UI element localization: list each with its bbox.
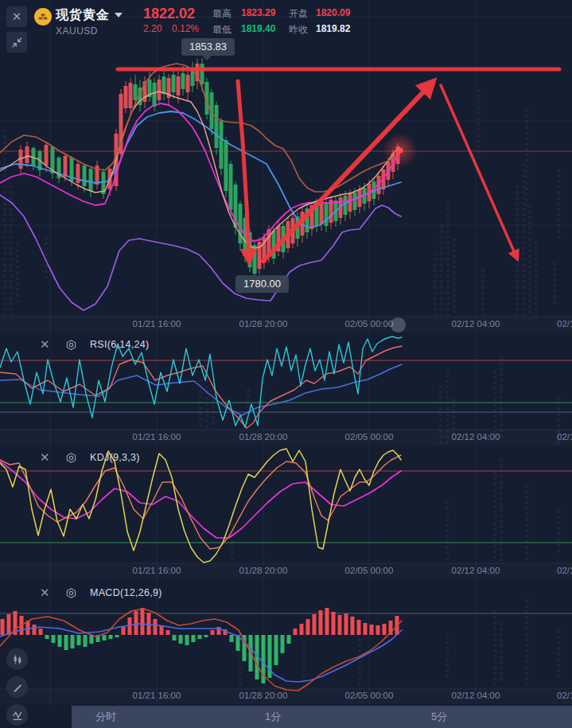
time-label: 01/28 20:00	[230, 691, 297, 700]
macd-pane-header: ✕ MACD(12,26,9)	[40, 586, 162, 600]
time-label: 01/21 16:00	[123, 691, 190, 700]
instrument-symbol: XAUUSD	[56, 25, 98, 37]
collapse-arrows-icon	[11, 37, 23, 49]
time-label: 02/1	[557, 691, 572, 700]
time-label: 02/1	[557, 319, 572, 329]
instrument-title[interactable]: 现货黄金	[56, 7, 123, 24]
chevron-down-icon	[115, 13, 123, 18]
time-label: 02/05 00:00	[336, 691, 403, 700]
stat-low-value: 1819.40	[241, 23, 275, 34]
time-label: 02/05 00:00	[336, 566, 403, 575]
kdj-pane-header: ✕ KDJ(9,3,3)	[40, 450, 140, 465]
tab-1min[interactable]: 1分	[265, 710, 281, 724]
stat-high-label: 最高	[212, 7, 232, 21]
stat-low-label: 最低	[212, 23, 232, 37]
time-label: 01/28 20:00	[230, 432, 297, 442]
candlestick-icon	[11, 653, 24, 666]
timeframe-tabbar: 分时 1分 5分	[72, 706, 572, 728]
rsi-pane-header: ✕ RSI(6,14,24)	[40, 337, 149, 352]
price-change: 2.20	[143, 23, 161, 34]
kdj-close-icon[interactable]: ✕	[40, 450, 53, 465]
time-label: 01/28 20:00	[230, 319, 297, 329]
stat-open-label: 开盘	[289, 7, 308, 21]
kdj-label: KDJ(9,3,3)	[90, 452, 140, 463]
rsi-label: RSI(6,14,24)	[90, 339, 149, 350]
tab-5min[interactable]: 5分	[431, 710, 447, 724]
stat-prevclose-value: 1819.82	[316, 23, 350, 34]
time-label: 01/21 16:00	[123, 319, 190, 329]
stat-prevclose-label: 昨收	[289, 23, 308, 37]
time-label: 02/05 00:00	[336, 432, 403, 442]
macd-label: MACD(12,26,9)	[90, 587, 162, 598]
macd-settings-icon[interactable]	[65, 587, 77, 599]
indicator-button[interactable]	[6, 704, 28, 726]
pencil-icon	[11, 681, 23, 693]
time-label: 02/1	[557, 432, 572, 442]
instrument-name: 现货黄金	[56, 8, 110, 21]
wave-indicator-icon	[11, 709, 24, 722]
time-label: 02/12 04:00	[442, 319, 509, 329]
time-label: 02/1	[557, 566, 572, 575]
macd-close-icon[interactable]: ✕	[40, 586, 53, 600]
price-change-pct: 0.12%	[172, 23, 199, 34]
close-button[interactable]: ✕	[6, 6, 27, 27]
rsi-close-icon[interactable]: ✕	[40, 337, 53, 352]
time-label: 02/12 04:00	[442, 691, 509, 700]
stat-high-value: 1823.29	[241, 7, 275, 18]
collapse-button[interactable]	[6, 32, 27, 53]
time-label: 02/12 04:00	[442, 566, 509, 575]
time-label: 01/21 16:00	[123, 566, 190, 575]
bottom-price-label: 1780.00	[235, 275, 289, 293]
kdj-settings-icon[interactable]	[65, 452, 77, 464]
trading-app-window: ✕ 现货黄金 XAUUSD 1822.02 2.20 0.12% 最高 1823…	[0, 0, 572, 728]
time-label: 01/28 20:00	[230, 566, 297, 575]
gold-coin-icon	[34, 8, 52, 25]
stat-open-value: 1820.09	[316, 7, 350, 18]
draw-tool-button[interactable]	[6, 676, 28, 698]
peak-price-label: 1853.83	[181, 38, 235, 56]
tab-fenshi[interactable]: 分时	[95, 710, 116, 724]
close-icon: ✕	[12, 10, 22, 24]
time-label: 02/12 04:00	[442, 432, 509, 442]
last-price: 1822.02	[143, 6, 195, 22]
chart-type-button[interactable]	[6, 648, 28, 670]
time-label: 01/21 16:00	[123, 432, 190, 442]
scrollbar-handle[interactable]	[391, 317, 406, 333]
chart-canvas[interactable]	[0, 0, 572, 728]
rsi-settings-icon[interactable]	[65, 339, 77, 351]
